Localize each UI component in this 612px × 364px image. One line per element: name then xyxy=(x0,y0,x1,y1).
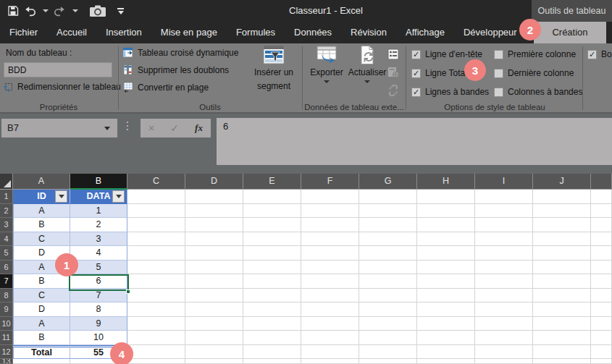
cell-C9[interactable] xyxy=(127,302,185,317)
cell-D13[interactable] xyxy=(185,359,243,364)
cell-E3[interactable] xyxy=(243,218,301,232)
cell-E11[interactable] xyxy=(243,331,301,345)
cell-J9[interactable] xyxy=(533,302,591,317)
cell-G1[interactable] xyxy=(359,190,417,204)
cell-E12[interactable] xyxy=(243,345,301,360)
row-header-1[interactable]: 1 xyxy=(0,190,13,204)
row-header-7[interactable]: 7 xyxy=(0,274,13,289)
cell-F13[interactable] xyxy=(301,359,359,364)
row-header-3[interactable]: 3 xyxy=(0,218,13,232)
column-header-F[interactable]: F xyxy=(301,174,359,190)
resize-table-button[interactable]: Redimensionner le tableau xyxy=(4,82,121,92)
cell-E7[interactable] xyxy=(243,274,301,289)
table-name-input[interactable] xyxy=(4,62,112,77)
cell-E9[interactable] xyxy=(243,302,301,317)
cell-G9[interactable] xyxy=(359,302,417,317)
cell-A10[interactable]: A xyxy=(13,317,70,331)
enter-icon[interactable]: ✓ xyxy=(170,122,179,134)
cell-G13[interactable] xyxy=(359,359,417,364)
tab-accueil[interactable]: Accueil xyxy=(47,22,96,43)
cell-F12[interactable] xyxy=(301,345,359,360)
cell-F11[interactable] xyxy=(301,331,359,345)
checkbox-icon[interactable] xyxy=(494,88,503,97)
cell-F5[interactable] xyxy=(301,246,359,261)
checkbox-dernière-colonne[interactable]: Dernière colonne xyxy=(494,67,574,79)
cell-F9[interactable] xyxy=(301,302,359,317)
cell-E6[interactable] xyxy=(243,261,301,275)
row-header-8[interactable]: 8 xyxy=(0,289,13,303)
cell-J1[interactable] xyxy=(533,190,591,204)
checkbox-icon[interactable]: ✓ xyxy=(411,50,421,59)
formula-bar-input[interactable]: 6 xyxy=(217,118,612,165)
cell-H11[interactable] xyxy=(417,331,475,345)
column-header-H[interactable]: H xyxy=(417,174,475,190)
cell-G2[interactable] xyxy=(359,204,417,219)
cell-H5[interactable] xyxy=(417,246,475,261)
cell-F7[interactable] xyxy=(301,274,359,289)
tab-révision[interactable]: Révision xyxy=(341,22,396,43)
cell-J5[interactable] xyxy=(533,246,591,261)
column-header-J[interactable]: J xyxy=(533,174,591,190)
cell-E2[interactable] xyxy=(243,204,301,219)
cell-E5[interactable] xyxy=(243,246,301,261)
row-header-6[interactable]: 6 xyxy=(0,261,13,275)
cell-K11[interactable] xyxy=(591,331,612,345)
checkbox-icon[interactable]: ✓ xyxy=(587,50,597,59)
row-header-5[interactable]: 5 xyxy=(0,246,13,261)
cell-I5[interactable] xyxy=(475,246,533,261)
cell-B5[interactable]: 4 xyxy=(70,246,127,261)
cell-I12[interactable] xyxy=(475,345,533,360)
checkbox-ligne-d-en-tête[interactable]: ✓Ligne d'en-tête xyxy=(411,48,482,60)
cell-C4[interactable] xyxy=(127,232,185,247)
cell-H2[interactable] xyxy=(417,204,475,219)
cell-G3[interactable] xyxy=(359,218,417,232)
row-header-9[interactable]: 9 xyxy=(0,302,13,317)
cell-D4[interactable] xyxy=(185,232,243,247)
cell-K6[interactable] xyxy=(591,261,612,275)
cell-A4[interactable]: C xyxy=(13,232,70,247)
cell-B4[interactable]: 3 xyxy=(70,232,127,247)
cell-F1[interactable] xyxy=(301,190,359,204)
cell-D11[interactable] xyxy=(185,331,243,345)
select-all-button[interactable] xyxy=(0,174,13,190)
camera-icon[interactable] xyxy=(89,2,106,20)
checkbox-colonnes-à-bandes[interactable]: Colonnes à bandes xyxy=(494,86,582,98)
cell-K13[interactable] xyxy=(591,359,612,364)
cell-J2[interactable] xyxy=(533,204,591,219)
cell-H9[interactable] xyxy=(417,302,475,317)
cell-K10[interactable] xyxy=(591,317,612,331)
cell-B10[interactable]: 9 xyxy=(70,317,127,331)
column-header-A[interactable]: A xyxy=(13,174,70,190)
cell-C7[interactable] xyxy=(127,274,185,289)
cell-G5[interactable] xyxy=(359,246,417,261)
cell-C10[interactable] xyxy=(127,317,185,331)
insert-function-icon[interactable]: fx xyxy=(195,122,203,134)
cell-D7[interactable] xyxy=(185,274,243,289)
cell-D5[interactable] xyxy=(185,246,243,261)
cell-I13[interactable] xyxy=(475,359,533,364)
refresh-button[interactable]: Actualiser xyxy=(348,45,387,101)
cell-F2[interactable] xyxy=(301,204,359,219)
row-header-10[interactable]: 10 xyxy=(0,317,13,331)
checkbox-ligne-total[interactable]: ✓Ligne Total xyxy=(411,67,467,79)
name-box-dropdown-icon[interactable] xyxy=(104,127,110,130)
cell-K3[interactable] xyxy=(591,218,612,232)
cell-J11[interactable] xyxy=(533,331,591,345)
checkbox-icon[interactable] xyxy=(494,69,503,78)
cell-C1[interactable] xyxy=(127,190,185,204)
cell-B2[interactable]: 1 xyxy=(70,204,127,219)
cell-C5[interactable] xyxy=(127,246,185,261)
filter-button-DATA[interactable] xyxy=(112,190,125,203)
cell-C8[interactable] xyxy=(127,289,185,303)
checkbox-icon[interactable]: ✓ xyxy=(411,88,421,97)
cell-D6[interactable] xyxy=(185,261,243,275)
cell-A9[interactable]: D xyxy=(13,302,70,317)
cell-I8[interactable] xyxy=(475,289,533,303)
cell-K8[interactable] xyxy=(591,289,612,303)
export-button[interactable]: Exporter xyxy=(307,45,346,101)
cell-A11[interactable]: B xyxy=(13,331,70,345)
tab-affichage[interactable]: Affichage xyxy=(396,22,454,43)
save-icon[interactable] xyxy=(7,2,19,20)
cell-G8[interactable] xyxy=(359,289,417,303)
column-header-partial[interactable] xyxy=(591,174,612,190)
